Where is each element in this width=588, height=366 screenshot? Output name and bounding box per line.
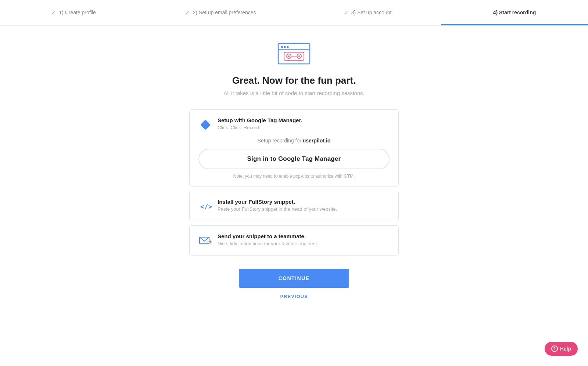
teammate-card: Send your snippet to a teammate. Nice, t… bbox=[189, 225, 399, 256]
setup-text: Setup recording for userpilot.io bbox=[198, 138, 390, 144]
snippet-card-desc: Paste your FullStory snippet in the head… bbox=[218, 206, 337, 212]
teammate-card-header: Send your snippet to a teammate. Nice, t… bbox=[198, 233, 390, 248]
svg-point-9 bbox=[298, 55, 300, 57]
svg-point-2 bbox=[284, 46, 286, 48]
snippet-icon-wrap: </> bbox=[198, 199, 212, 213]
previous-link[interactable]: PREVIOUS bbox=[280, 294, 308, 299]
step-label-1: 1) Create profile bbox=[59, 10, 96, 15]
gtm-note: Note: you may need to enable pop-ups to … bbox=[198, 174, 390, 179]
cards-container: Setup with Google Tag Manager. Click. Cl… bbox=[189, 109, 399, 260]
help-question-icon: ? bbox=[551, 345, 558, 352]
snippet-card-text: Install your FullStory snippet. Paste yo… bbox=[218, 199, 337, 212]
check-icon-step3: ✓ bbox=[344, 9, 348, 16]
page-headline: Great. Now for the fun part. bbox=[232, 75, 356, 86]
svg-point-1 bbox=[281, 46, 283, 48]
teammate-card-desc: Nice, tidy instructions for your favorit… bbox=[218, 241, 318, 246]
step-set-up-account: ✓ 3) Set up account bbox=[294, 0, 441, 25]
gtm-icon-wrap bbox=[198, 118, 212, 132]
step-email-preferences: ✓ 2) Set up email preferences bbox=[147, 0, 294, 25]
teammate-card-title: Send your snippet to a teammate. bbox=[218, 233, 318, 239]
gtm-domain: userpilot.io bbox=[303, 138, 330, 144]
email-send-icon bbox=[199, 235, 212, 247]
svg-point-7 bbox=[288, 55, 290, 57]
help-button[interactable]: ? Help bbox=[545, 342, 578, 356]
teammate-icon-wrap bbox=[198, 234, 212, 248]
page-subheadline: All it takes is a little bit of code to … bbox=[223, 90, 365, 96]
snippet-card: </> Install your FullStory snippet. Past… bbox=[189, 191, 399, 221]
help-label: Help bbox=[560, 346, 571, 352]
step-label-2: 2) Set up email preferences bbox=[193, 10, 256, 15]
step-create-profile: ✓ 1) Create profile bbox=[0, 0, 147, 25]
gtm-card-title: Setup with Google Tag Manager. bbox=[218, 117, 302, 123]
snippet-card-title: Install your FullStory snippet. bbox=[218, 199, 337, 205]
gtm-card-desc: Click. Click. Record. bbox=[218, 125, 302, 130]
step-start-recording: 4) Start recording bbox=[441, 0, 588, 25]
gtm-inner: Setup recording for userpilot.io Sign in… bbox=[198, 132, 390, 179]
gtm-card: Setup with Google Tag Manager. Click. Cl… bbox=[189, 109, 399, 186]
step-label-4: 4) Start recording bbox=[493, 10, 536, 15]
svg-rect-13 bbox=[200, 120, 211, 130]
setup-text-prefix: Setup recording for bbox=[258, 138, 303, 144]
gtm-card-header: Setup with Google Tag Manager. Click. Cl… bbox=[198, 117, 390, 132]
step-label-3: 3) Set up account bbox=[351, 10, 392, 15]
gtm-card-text: Setup with Google Tag Manager. Click. Cl… bbox=[218, 117, 302, 130]
diamond-icon bbox=[199, 119, 212, 131]
sign-in-gtm-button[interactable]: Sign in to Google Tag Manager bbox=[198, 149, 390, 169]
snippet-card-header: </> Install your FullStory snippet. Past… bbox=[198, 199, 390, 213]
check-icon-step2: ✓ bbox=[185, 9, 190, 16]
stepper: ✓ 1) Create profile ✓ 2) Set up email pr… bbox=[0, 0, 588, 26]
cassette-icon bbox=[277, 40, 311, 66]
teammate-card-text: Send your snippet to a teammate. Nice, t… bbox=[218, 233, 318, 246]
main-content: Great. Now for the fun part. All it take… bbox=[0, 26, 588, 321]
continue-button[interactable]: CONTINUE bbox=[239, 269, 349, 288]
check-icon-step1: ✓ bbox=[51, 9, 56, 16]
code-icon: </> bbox=[199, 200, 212, 213]
svg-point-3 bbox=[287, 46, 289, 48]
svg-text:</>: </> bbox=[200, 203, 212, 210]
